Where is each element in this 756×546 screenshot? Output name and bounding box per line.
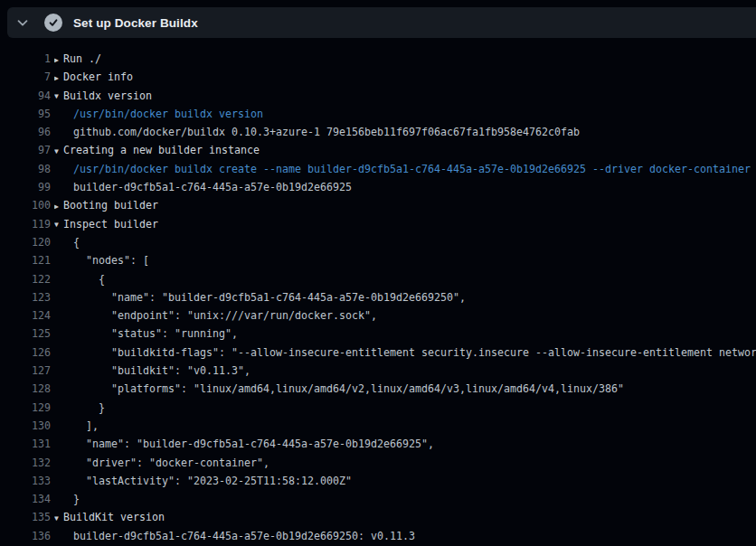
actions-log-viewer: Set up Docker Buildx 1 ▶Run ./ 7 ▶Docker… [0,0,756,546]
log-area: 1 ▶Run ./ 7 ▶Docker info 94 ▼Buildx vers… [0,38,756,546]
line-number[interactable]: 130 [0,417,51,435]
log-line-content: ▼Inspect builder [54,215,756,233]
log-line: 120 { [0,233,756,251]
line-number[interactable]: 136 [0,527,51,545]
line-number[interactable]: 121 [0,251,51,269]
log-group-header[interactable]: 119 ▼Inspect builder [0,215,756,233]
log-text: ], [73,419,99,432]
log-line-content: /usr/bin/docker buildx version [54,105,756,123]
line-number[interactable]: 99 [0,178,51,196]
log-line-content: ▼BuildKit version [54,508,756,526]
log-text: Booting builder [63,199,158,212]
line-number[interactable]: 124 [0,306,51,325]
log-text: builder-d9cfb5a1-c764-445a-a57e-0b19d2e6… [73,530,415,542]
log-line-content: ▶Booting builder [54,196,756,214]
log-lines: 1 ▶Run ./ 7 ▶Docker info 94 ▼Buildx vers… [0,50,756,545]
log-group-header[interactable]: 100 ▶Booting builder [0,196,756,214]
step-header[interactable]: Set up Docker Buildx [7,7,756,38]
line-number[interactable]: 128 [0,380,51,398]
log-line: 129 } [0,399,756,417]
log-line: 131 "name": "builder-d9cfb5a1-c764-445a-… [0,435,756,453]
line-number[interactable]: 96 [0,123,51,141]
step-collapse-toggle[interactable] [7,7,38,38]
log-group-header[interactable]: 135 ▼BuildKit version [0,508,756,526]
log-line: 128 "platforms": "linux/amd64,linux/amd6… [0,380,756,398]
log-line-content: ▼Buildx version [54,87,756,105]
log-text: builder-d9cfb5a1-c764-445a-a57e-0b19d2e6… [73,181,352,193]
line-number[interactable]: 95 [0,105,51,123]
log-line: 122 { [0,270,756,288]
log-line: 121 "nodes": [ [0,251,756,269]
log-line-content: "buildkitd-flags": "--allow-insecure-ent… [54,344,756,362]
log-line: 133 "lastActivity": "2023-02-25T11:58:12… [0,472,756,490]
log-text: Docker info [63,71,133,83]
line-number[interactable]: 119 [0,215,51,233]
log-line: 134 } [0,490,756,508]
log-text: Inspect builder [63,218,158,231]
line-number[interactable]: 7 [0,68,51,86]
group-expanded-arrow-icon[interactable]: ▼ [54,510,63,527]
line-number[interactable]: 94 [0,87,51,105]
log-group-header[interactable]: 1 ▶Run ./ [0,50,756,68]
log-text: github.com/docker/buildx 0.10.3+azure-1 … [73,126,580,138]
log-line-content: "driver": "docker-container", [54,454,756,472]
log-text: "buildkitd-flags": "--allow-insecure-ent… [73,346,756,359]
log-text: "name": "builder-d9cfb5a1-c764-445a-a57e… [73,291,466,304]
line-number[interactable]: 129 [0,399,51,417]
step-status-check-icon [44,14,62,32]
line-number[interactable]: 126 [0,344,51,362]
log-text: "driver": "docker-container", [73,457,269,469]
log-line: 124 "endpoint": "unix:///var/run/docker.… [0,306,756,325]
log-text: "buildkit": "v0.11.3", [73,364,250,377]
log-text: "name": "builder-d9cfb5a1-c764-445a-a57e… [73,438,434,450]
group-expanded-arrow-icon[interactable]: ▼ [54,88,63,105]
log-line-content: } [54,490,756,508]
line-number[interactable]: 131 [0,435,51,453]
line-number[interactable]: 125 [0,325,51,343]
line-number[interactable]: 133 [0,472,51,490]
group-expanded-arrow-icon[interactable]: ▼ [54,143,63,160]
log-text: Creating a new builder instance [63,144,260,156]
log-line: 98 /usr/bin/docker buildx create --name … [0,160,756,178]
log-line-content: { [54,270,756,288]
line-number[interactable]: 127 [0,362,51,380]
line-number[interactable]: 132 [0,454,51,472]
group-collapsed-arrow-icon[interactable]: ▶ [54,198,63,215]
log-line-content: "status": "running", [54,325,756,343]
line-number[interactable]: 98 [0,160,51,178]
line-number[interactable]: 134 [0,490,51,508]
log-line: 96 github.com/docker/buildx 0.10.3+azure… [0,123,756,141]
log-line: 95 /usr/bin/docker buildx version [0,105,756,123]
log-line-content: builder-d9cfb5a1-c764-445a-a57e-0b19d2e6… [54,178,756,196]
log-group-header[interactable]: 94 ▼Buildx version [0,87,756,105]
log-line-content: "name": "builder-d9cfb5a1-c764-445a-a57e… [54,435,756,453]
step-title: Set up Docker Buildx [73,16,198,30]
log-line: 127 "buildkit": "v0.11.3", [0,362,756,380]
line-number[interactable]: 123 [0,288,51,306]
line-number[interactable]: 120 [0,233,51,251]
log-line: 123 "name": "builder-d9cfb5a1-c764-445a-… [0,288,756,306]
line-number[interactable]: 100 [0,196,51,214]
log-text: { [73,236,80,249]
log-text: "lastActivity": "2023-02-25T11:58:12.000… [73,475,352,487]
log-line-content: github.com/docker/buildx 0.10.3+azure-1 … [54,123,756,141]
log-text: } [73,401,105,414]
log-line: 99 builder-d9cfb5a1-c764-445a-a57e-0b19d… [0,178,756,196]
group-collapsed-arrow-icon[interactable]: ▶ [54,52,63,69]
log-line: 125 "status": "running", [0,325,756,343]
log-text: /usr/bin/docker buildx version [73,108,263,120]
line-number[interactable]: 135 [0,508,51,526]
line-number[interactable]: 1 [0,50,51,68]
log-group-header[interactable]: 97 ▼Creating a new builder instance [0,141,756,159]
log-line-content: ], [54,417,756,435]
log-group-header[interactable]: 7 ▶Docker info [0,68,756,86]
line-number[interactable]: 97 [0,141,51,159]
group-expanded-arrow-icon[interactable]: ▼ [54,216,63,233]
log-line-content: "nodes": [ [54,251,756,269]
group-collapsed-arrow-icon[interactable]: ▶ [54,70,63,87]
log-line: 126 "buildkitd-flags": "--allow-insecure… [0,344,756,362]
log-line: 130 ], [0,417,756,435]
log-line-content: builder-d9cfb5a1-c764-445a-a57e-0b19d2e6… [54,527,756,545]
log-line-content: "name": "builder-d9cfb5a1-c764-445a-a57e… [54,288,756,306]
line-number[interactable]: 122 [0,270,51,288]
